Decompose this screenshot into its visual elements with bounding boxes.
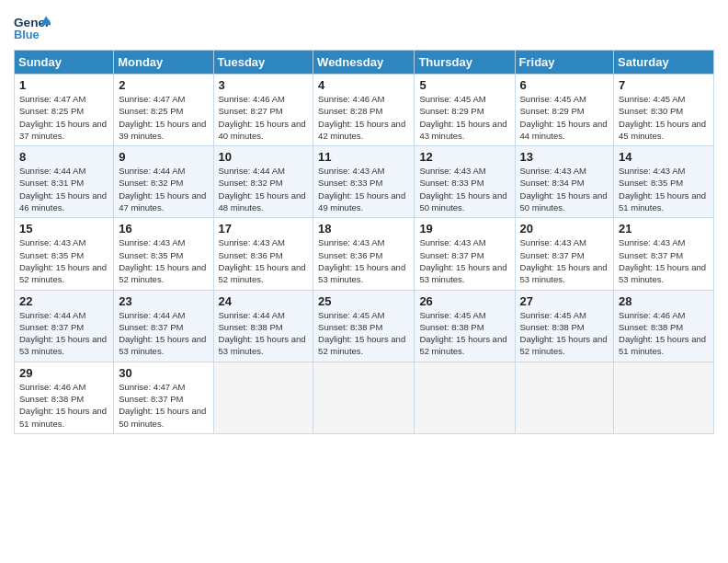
day-info: Sunrise: 4:43 AMSunset: 8:37 PMDaylight:…: [419, 237, 506, 284]
day-info: Sunrise: 4:44 AMSunset: 8:38 PMDaylight:…: [219, 310, 306, 357]
calendar-cell: [614, 362, 714, 433]
calendar-col-monday: Monday: [114, 51, 213, 75]
day-info: Sunrise: 4:43 AMSunset: 8:33 PMDaylight:…: [318, 166, 405, 213]
calendar-cell: [415, 362, 515, 433]
calendar-col-wednesday: Wednesday: [313, 51, 415, 75]
day-number: 20: [520, 222, 610, 236]
calendar-cell: 14 Sunrise: 4:43 AMSunset: 8:35 PMDaylig…: [614, 146, 714, 218]
day-info: Sunrise: 4:44 AMSunset: 8:31 PMDaylight:…: [19, 166, 107, 213]
calendar-cell: 3 Sunrise: 4:46 AMSunset: 8:27 PMDayligh…: [213, 75, 313, 146]
day-number: 18: [318, 222, 410, 236]
calendar-cell: 23 Sunrise: 4:44 AMSunset: 8:37 PMDaylig…: [114, 290, 213, 362]
calendar-cell: 21 Sunrise: 4:43 AMSunset: 8:37 PMDaylig…: [614, 218, 714, 290]
calendar-cell: 24 Sunrise: 4:44 AMSunset: 8:38 PMDaylig…: [213, 290, 313, 362]
calendar-cell: 27 Sunrise: 4:45 AMSunset: 8:38 PMDaylig…: [515, 290, 614, 362]
calendar-cell: 6 Sunrise: 4:45 AMSunset: 8:29 PMDayligh…: [515, 75, 614, 146]
day-info: Sunrise: 4:45 AMSunset: 8:38 PMDaylight:…: [318, 310, 405, 357]
calendar-table: SundayMondayTuesdayWednesdayThursdayFrid…: [14, 50, 714, 434]
day-info: Sunrise: 4:43 AMSunset: 8:35 PMDaylight:…: [119, 237, 206, 284]
calendar-cell: 19 Sunrise: 4:43 AMSunset: 8:37 PMDaylig…: [415, 218, 515, 290]
calendar-cell: [313, 362, 415, 433]
calendar-cell: 2 Sunrise: 4:47 AMSunset: 8:25 PMDayligh…: [114, 75, 213, 146]
calendar-cell: 7 Sunrise: 4:45 AMSunset: 8:30 PMDayligh…: [614, 75, 714, 146]
day-info: Sunrise: 4:47 AMSunset: 8:37 PMDaylight:…: [119, 382, 206, 429]
calendar-week-5: 29 Sunrise: 4:46 AMSunset: 8:38 PMDaylig…: [15, 362, 714, 433]
day-info: Sunrise: 4:47 AMSunset: 8:25 PMDaylight:…: [19, 94, 107, 141]
day-info: Sunrise: 4:46 AMSunset: 8:27 PMDaylight:…: [219, 94, 306, 141]
day-number: 10: [219, 150, 310, 164]
day-number: 27: [520, 294, 610, 308]
day-info: Sunrise: 4:43 AMSunset: 8:33 PMDaylight:…: [419, 166, 506, 213]
day-number: 7: [619, 78, 710, 92]
calendar-col-thursday: Thursday: [415, 51, 515, 75]
calendar-cell: 4 Sunrise: 4:46 AMSunset: 8:28 PMDayligh…: [313, 75, 415, 146]
calendar-cell: 16 Sunrise: 4:43 AMSunset: 8:35 PMDaylig…: [114, 218, 213, 290]
day-info: Sunrise: 4:44 AMSunset: 8:32 PMDaylight:…: [219, 166, 306, 213]
day-number: 3: [219, 78, 310, 92]
day-info: Sunrise: 4:44 AMSunset: 8:32 PMDaylight:…: [119, 166, 206, 213]
day-info: Sunrise: 4:45 AMSunset: 8:29 PMDaylight:…: [520, 94, 608, 141]
day-info: Sunrise: 4:43 AMSunset: 8:37 PMDaylight:…: [520, 237, 608, 284]
day-info: Sunrise: 4:43 AMSunset: 8:37 PMDaylight:…: [619, 237, 706, 284]
calendar-header-row: SundayMondayTuesdayWednesdayThursdayFrid…: [15, 51, 714, 75]
calendar-cell: 10 Sunrise: 4:44 AMSunset: 8:32 PMDaylig…: [213, 146, 313, 218]
calendar-week-1: 1 Sunrise: 4:47 AMSunset: 8:25 PMDayligh…: [15, 75, 714, 146]
day-number: 17: [219, 222, 310, 236]
calendar-cell: 1 Sunrise: 4:47 AMSunset: 8:25 PMDayligh…: [15, 75, 114, 146]
day-info: Sunrise: 4:45 AMSunset: 8:29 PMDaylight:…: [419, 94, 506, 141]
day-info: Sunrise: 4:44 AMSunset: 8:37 PMDaylight:…: [19, 310, 107, 357]
header: General Blue: [14, 9, 714, 46]
day-info: Sunrise: 4:45 AMSunset: 8:38 PMDaylight:…: [419, 310, 506, 357]
calendar-cell: 20 Sunrise: 4:43 AMSunset: 8:37 PMDaylig…: [515, 218, 614, 290]
day-number: 19: [419, 222, 510, 236]
calendar-week-3: 15 Sunrise: 4:43 AMSunset: 8:35 PMDaylig…: [15, 218, 714, 290]
day-info: Sunrise: 4:43 AMSunset: 8:34 PMDaylight:…: [520, 166, 608, 213]
day-info: Sunrise: 4:44 AMSunset: 8:37 PMDaylight:…: [119, 310, 206, 357]
day-number: 21: [619, 222, 710, 236]
day-number: 23: [119, 294, 209, 308]
logo: General Blue: [14, 9, 51, 46]
day-number: 8: [19, 150, 109, 164]
calendar-week-2: 8 Sunrise: 4:44 AMSunset: 8:31 PMDayligh…: [15, 146, 714, 218]
day-number: 16: [119, 222, 209, 236]
calendar-cell: 22 Sunrise: 4:44 AMSunset: 8:37 PMDaylig…: [15, 290, 114, 362]
day-number: 2: [119, 78, 209, 92]
calendar-col-tuesday: Tuesday: [213, 51, 313, 75]
page: General Blue SundayMondayTuesdayWednesda…: [0, 0, 728, 563]
day-info: Sunrise: 4:46 AMSunset: 8:38 PMDaylight:…: [19, 382, 107, 429]
calendar-col-sunday: Sunday: [15, 51, 114, 75]
day-number: 1: [19, 78, 109, 92]
day-number: 28: [619, 294, 710, 308]
day-number: 15: [19, 222, 109, 236]
calendar-cell: 9 Sunrise: 4:44 AMSunset: 8:32 PMDayligh…: [114, 146, 213, 218]
day-number: 22: [19, 294, 109, 308]
day-number: 13: [520, 150, 610, 164]
calendar-cell: 18 Sunrise: 4:43 AMSunset: 8:36 PMDaylig…: [313, 218, 415, 290]
calendar-cell: 11 Sunrise: 4:43 AMSunset: 8:33 PMDaylig…: [313, 146, 415, 218]
calendar-cell: 28 Sunrise: 4:46 AMSunset: 8:38 PMDaylig…: [614, 290, 714, 362]
day-info: Sunrise: 4:46 AMSunset: 8:28 PMDaylight:…: [318, 94, 405, 141]
day-number: 11: [318, 150, 410, 164]
calendar-cell: [515, 362, 614, 433]
day-number: 9: [119, 150, 209, 164]
day-number: 30: [119, 366, 209, 380]
calendar-cell: 12 Sunrise: 4:43 AMSunset: 8:33 PMDaylig…: [415, 146, 515, 218]
calendar-col-friday: Friday: [515, 51, 614, 75]
day-number: 24: [219, 294, 310, 308]
day-info: Sunrise: 4:46 AMSunset: 8:38 PMDaylight:…: [619, 310, 706, 357]
day-number: 4: [318, 78, 410, 92]
day-info: Sunrise: 4:45 AMSunset: 8:30 PMDaylight:…: [619, 94, 706, 141]
day-info: Sunrise: 4:43 AMSunset: 8:35 PMDaylight:…: [19, 237, 107, 284]
day-info: Sunrise: 4:43 AMSunset: 8:35 PMDaylight:…: [619, 166, 706, 213]
calendar-cell: 13 Sunrise: 4:43 AMSunset: 8:34 PMDaylig…: [515, 146, 614, 218]
day-info: Sunrise: 4:47 AMSunset: 8:25 PMDaylight:…: [119, 94, 206, 141]
day-number: 6: [520, 78, 610, 92]
day-info: Sunrise: 4:45 AMSunset: 8:38 PMDaylight:…: [520, 310, 608, 357]
svg-text:Blue: Blue: [14, 28, 40, 41]
day-number: 5: [419, 78, 510, 92]
logo-svg: General Blue: [14, 13, 51, 46]
calendar-cell: 26 Sunrise: 4:45 AMSunset: 8:38 PMDaylig…: [415, 290, 515, 362]
day-info: Sunrise: 4:43 AMSunset: 8:36 PMDaylight:…: [318, 237, 405, 284]
day-number: 25: [318, 294, 410, 308]
calendar-cell: 15 Sunrise: 4:43 AMSunset: 8:35 PMDaylig…: [15, 218, 114, 290]
